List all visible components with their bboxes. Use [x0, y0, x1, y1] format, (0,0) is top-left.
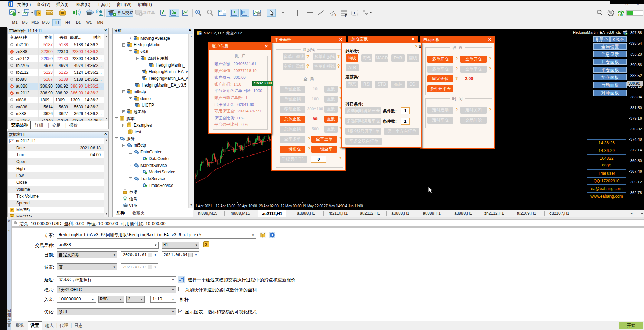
svg-text:LVL: LVL — [618, 14, 624, 17]
svg-text:新订单: 新订单 — [143, 11, 155, 15]
svg-text:F: F — [345, 14, 347, 17]
svg-text:T: T — [353, 11, 356, 15]
svg-text:算法交易: 算法交易 — [117, 11, 133, 15]
svg-text:$: $ — [38, 11, 40, 15]
svg-text:E: E — [335, 13, 338, 17]
